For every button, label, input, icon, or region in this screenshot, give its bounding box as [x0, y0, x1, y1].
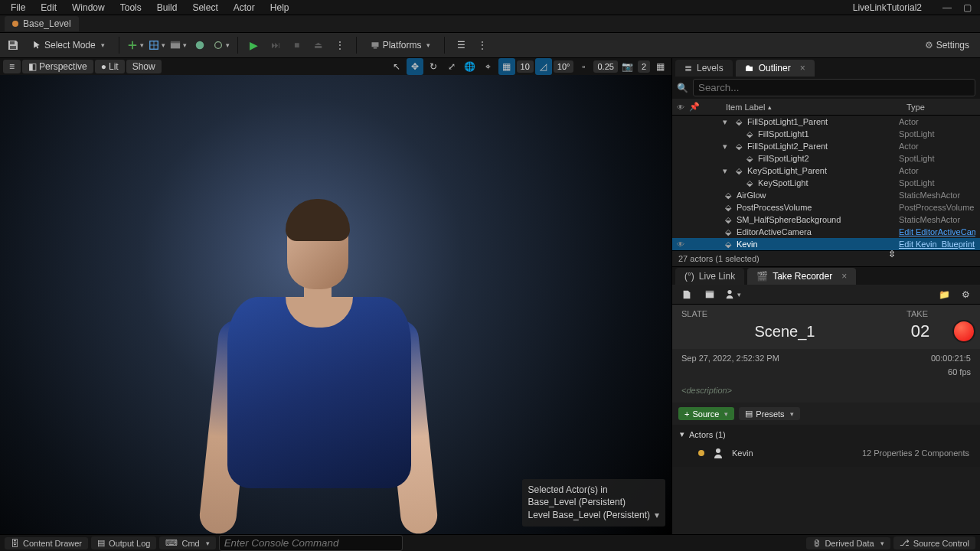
- outliner-row[interactable]: ⬙AirGlowStaticMeshActor: [672, 189, 980, 201]
- expand-icon[interactable]: ▾: [720, 166, 730, 176]
- column-item-label[interactable]: Item Label ▴: [704, 103, 902, 112]
- sphere-icon: ●: [101, 61, 106, 72]
- play-button[interactable]: ▶: [246, 37, 263, 54]
- outliner-row[interactable]: ⬙SM_HalfSphereBackgroundStaticMeshActor: [672, 214, 980, 226]
- actor-row[interactable]: Kevin 12 Properties 2 Components: [680, 444, 972, 462]
- angle-snap-icon[interactable]: ◿: [535, 58, 552, 75]
- outliner-label: Kevin: [737, 240, 899, 249]
- viewport-3d[interactable]: Selected Actor(s) in Base_Level (Persist…: [0, 75, 671, 534]
- viewport-show[interactable]: Show: [126, 60, 162, 73]
- cinematics-icon[interactable]: [170, 37, 187, 54]
- menu-build[interactable]: Build: [149, 1, 185, 15]
- select-tool-icon[interactable]: ↖: [388, 58, 405, 75]
- window-minimize-icon[interactable]: —: [937, 2, 957, 13]
- foliage-icon[interactable]: [191, 37, 208, 54]
- menu-help[interactable]: Help: [263, 1, 297, 15]
- tab-outliner[interactable]: 🖿 Outliner ×: [736, 60, 815, 77]
- content-drawer-button[interactable]: 🗄 Content Drawer: [5, 537, 88, 549]
- record-button[interactable]: [952, 320, 975, 343]
- level-tab[interactable]: Base_Level: [5, 16, 79, 31]
- expand-icon[interactable]: ▾: [720, 142, 730, 152]
- scale-snap-value[interactable]: 0.25: [593, 60, 617, 73]
- angle-snap-value[interactable]: 10°: [554, 60, 574, 73]
- stop-button[interactable]: ■: [289, 37, 305, 54]
- scale-snap-icon[interactable]: ▫: [575, 58, 592, 75]
- presets-button[interactable]: ▤ Presets: [739, 407, 799, 420]
- outliner-row[interactable]: ⬙KeySpotLightSpotLight: [672, 177, 980, 189]
- menu-select[interactable]: Select: [185, 1, 225, 15]
- window-maximize-icon[interactable]: ▢: [957, 2, 977, 13]
- tab-live-link[interactable]: (°) Live Link: [675, 268, 744, 285]
- visibility-column-icon[interactable]: [677, 103, 684, 112]
- toolbar-more-icon[interactable]: ⋮: [474, 37, 491, 54]
- browse-take-icon[interactable]: 📁: [936, 286, 952, 303]
- platforms-dropdown[interactable]: Platforms: [364, 37, 437, 53]
- viewport-menu[interactable]: ≡: [3, 60, 21, 73]
- outliner-row[interactable]: ▾⬙FillSpotLight1_ParentActor: [672, 116, 980, 128]
- camera-speed-value[interactable]: 2: [638, 60, 650, 73]
- source-control-button[interactable]: ⎇ Source Control: [893, 536, 975, 549]
- actor-enabled-icon[interactable]: [698, 450, 704, 456]
- outliner-row[interactable]: ⬙PostProcessVolumePostProcessVolume: [672, 201, 980, 214]
- grid-snap-value[interactable]: 10: [517, 60, 534, 73]
- settings-button[interactable]: ⚙ Settings: [919, 37, 975, 53]
- pin-column-icon[interactable]: 📌: [689, 102, 700, 112]
- take-settings-icon[interactable]: ⚙: [957, 286, 974, 303]
- translate-tool-icon[interactable]: ✥: [407, 58, 423, 75]
- output-log-button[interactable]: ▤ Output Log: [91, 536, 156, 549]
- viewport-layout-icon[interactable]: ▦: [652, 58, 668, 75]
- close-icon[interactable]: ×: [841, 271, 847, 282]
- scale-tool-icon[interactable]: ⤢: [443, 58, 460, 75]
- edit-blueprint-link[interactable]: Edit Kevin_Blueprint: [899, 240, 975, 249]
- take-description[interactable]: <description>: [672, 381, 980, 403]
- eject-button[interactable]: ⏏: [310, 37, 327, 54]
- console-input[interactable]: [219, 535, 403, 551]
- mode-selector[interactable]: Select Mode: [26, 37, 111, 53]
- take-number[interactable]: 02: [897, 321, 943, 341]
- resize-cursor-icon[interactable]: ⇳: [888, 249, 896, 259]
- derived-data-button[interactable]: 🛢 Derived Data: [806, 537, 890, 549]
- outliner-row[interactable]: ⬙FillSpotLight1SpotLight: [672, 128, 980, 140]
- toolbar-extra-icon[interactable]: ☰: [452, 37, 469, 54]
- chevron-down-icon[interactable]: ▾: [655, 509, 659, 522]
- tab-levels[interactable]: ≣ Levels: [675, 60, 733, 77]
- close-icon[interactable]: ×: [800, 63, 805, 73]
- outliner-row[interactable]: ⬙FillSpotLight2SpotLight: [672, 152, 980, 165]
- outliner-row[interactable]: ⬙KevinEdit Kevin_Blueprint: [672, 238, 980, 250]
- new-take-icon[interactable]: [678, 286, 695, 303]
- add-content-icon[interactable]: [127, 37, 144, 54]
- viewport-lit[interactable]: ● Lit: [95, 60, 125, 73]
- add-source-button[interactable]: + Source: [678, 407, 734, 420]
- menu-window[interactable]: Window: [64, 1, 113, 15]
- camera-speed-icon[interactable]: 📷: [619, 58, 636, 75]
- menu-edit[interactable]: Edit: [33, 1, 64, 15]
- blueprint-dropdown-icon[interactable]: [149, 37, 165, 54]
- menu-actor[interactable]: Actor: [226, 1, 263, 15]
- coord-space-icon[interactable]: 🌐: [462, 58, 479, 75]
- menu-file[interactable]: File: [3, 1, 33, 15]
- review-take-icon[interactable]: [701, 286, 718, 303]
- outliner-search-input[interactable]: [693, 79, 975, 96]
- cmd-type-dropdown[interactable]: ⌨ Cmd: [159, 536, 215, 549]
- menu-tools[interactable]: Tools: [113, 1, 149, 15]
- edit-blueprint-link[interactable]: Edit EditorActiveCamera: [899, 227, 975, 236]
- outliner-row[interactable]: ▾⬙KeySpotLight_ParentActor: [672, 165, 980, 177]
- expand-icon[interactable]: ▾: [720, 117, 730, 127]
- viewport-perspective[interactable]: ◧ Perspective: [22, 60, 93, 73]
- surface-snap-icon[interactable]: ⌖: [480, 58, 497, 75]
- outliner-row[interactable]: ⬙EditorActiveCameraEdit EditorActiveCame…: [672, 226, 980, 238]
- grid-snap-icon[interactable]: ▦: [498, 58, 515, 75]
- outliner-tree[interactable]: ▾⬙FillSpotLight1_ParentActor⬙FillSpotLig…: [672, 116, 980, 250]
- landscape-icon[interactable]: [213, 37, 230, 54]
- rotate-tool-icon[interactable]: ↻: [425, 58, 442, 75]
- tab-take-recorder[interactable]: 🎬 Take Recorder ×: [747, 268, 856, 285]
- column-type[interactable]: Type: [906, 103, 975, 112]
- skip-button[interactable]: ⏭: [267, 37, 284, 54]
- play-options-icon[interactable]: ⋮: [332, 37, 348, 54]
- slate-name[interactable]: Scene_1: [681, 323, 888, 341]
- outliner-row[interactable]: ▾⬙FillSpotLight2_ParentActor: [672, 140, 980, 152]
- visibility-icon[interactable]: [677, 240, 688, 249]
- chevron-down-icon[interactable]: ▾: [680, 429, 684, 439]
- save-icon[interactable]: [5, 37, 21, 54]
- take-options-icon[interactable]: [724, 286, 741, 303]
